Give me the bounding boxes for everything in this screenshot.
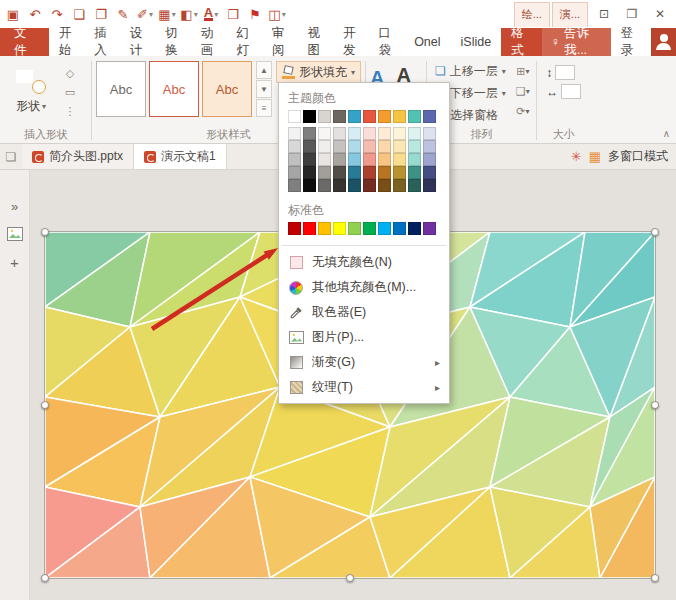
standard-color-swatch[interactable] xyxy=(303,222,316,235)
menu-item-no-fill[interactable]: 无填充颜色(N) xyxy=(279,250,449,275)
selection-handle-sw[interactable] xyxy=(41,574,49,582)
theme-color-swatch[interactable] xyxy=(423,110,436,123)
align-objects-icon[interactable]: ⊞▾ xyxy=(514,63,532,80)
ribbon-tab-8[interactable]: 视图 xyxy=(298,28,334,56)
pencil-icon[interactable]: ✎ xyxy=(112,2,134,26)
theme-color-variant-swatch[interactable] xyxy=(333,166,346,179)
highlighter-icon[interactable]: ✐▾ xyxy=(134,2,156,26)
ribbon-tab-3[interactable]: 设计 xyxy=(120,28,156,56)
restore-icon[interactable]: ❐ xyxy=(618,1,646,27)
theme-color-variant-swatch[interactable] xyxy=(378,179,391,192)
menu-item-more-fill-colors[interactable]: 其他填充颜色(M)... xyxy=(279,275,449,300)
ribbon-tab-9[interactable]: 开发 xyxy=(333,28,369,56)
standard-color-swatch[interactable] xyxy=(348,222,361,235)
text-box-icon[interactable]: ▭ xyxy=(61,84,79,101)
menu-item-eyedropper[interactable]: 取色器(E) xyxy=(279,300,449,325)
new-file-icon[interactable]: ❏ xyxy=(68,2,90,26)
theme-color-swatch[interactable] xyxy=(393,110,406,123)
theme-color-variant-swatch[interactable] xyxy=(348,127,361,140)
redo-icon[interactable]: ↷ xyxy=(46,2,68,26)
theme-color-variant-swatch[interactable] xyxy=(363,179,376,192)
theme-color-variant-swatch[interactable] xyxy=(393,153,406,166)
selection-handle-ne[interactable] xyxy=(651,228,659,236)
doc-tab-2[interactable]: 演示文稿1 xyxy=(134,144,227,169)
theme-color-variant-swatch[interactable] xyxy=(318,127,331,140)
undo-icon[interactable]: ↶ xyxy=(24,2,46,26)
theme-color-swatch[interactable] xyxy=(348,110,361,123)
standard-color-swatch[interactable] xyxy=(378,222,391,235)
theme-color-variant-swatch[interactable] xyxy=(333,179,346,192)
tab-file[interactable]: 文件 xyxy=(0,28,49,56)
standard-color-swatch[interactable] xyxy=(393,222,406,235)
theme-color-variant-swatch[interactable] xyxy=(408,127,421,140)
theme-color-variant-swatch[interactable] xyxy=(348,153,361,166)
contextual-group-drawing[interactable]: 绘... xyxy=(514,2,550,27)
theme-color-variant-swatch[interactable] xyxy=(318,153,331,166)
new-slide-icon[interactable]: + xyxy=(4,252,26,272)
ribbon-tab-6[interactable]: 幻灯 xyxy=(226,28,262,56)
doc-tab-1[interactable]: 简介头图.pptx xyxy=(22,144,134,169)
menu-item-gradient[interactable]: 渐变(G) ▸ xyxy=(279,350,449,375)
theme-color-variant-swatch[interactable] xyxy=(393,127,406,140)
theme-color-variant-swatch[interactable] xyxy=(393,140,406,153)
theme-color-variant-swatch[interactable] xyxy=(408,179,421,192)
fill-color-icon[interactable]: ◧▾ xyxy=(178,2,200,26)
flag-icon[interactable]: ⚑ xyxy=(244,2,266,26)
open-file-icon[interactable]: ❐ xyxy=(90,2,112,26)
shape-style-3[interactable]: Abc xyxy=(202,61,252,117)
tellme-button[interactable]: ♀ 告诉我... xyxy=(542,28,611,56)
selection-handle-se[interactable] xyxy=(651,574,659,582)
group-objects-icon[interactable]: ❑▾ xyxy=(514,83,532,100)
theme-color-variant-swatch[interactable] xyxy=(378,127,391,140)
ribbon-tab-12[interactable]: iSlide xyxy=(451,28,502,56)
window-mode-icon[interactable]: ▦ xyxy=(589,149,601,164)
theme-color-swatch[interactable] xyxy=(303,110,316,123)
gallery-up-icon[interactable]: ▲ xyxy=(256,61,272,79)
rotate-objects-icon[interactable]: ⟳▾ xyxy=(514,103,532,120)
more-shapes-icon[interactable]: ⋮ xyxy=(61,103,79,120)
theme-color-swatch[interactable] xyxy=(288,110,301,123)
theme-color-variant-swatch[interactable] xyxy=(303,140,316,153)
shape-style-2[interactable]: Abc xyxy=(149,61,199,117)
standard-color-swatch[interactable] xyxy=(333,222,346,235)
theme-color-variant-swatch[interactable] xyxy=(393,166,406,179)
contextual-group-presentation[interactable]: 演... xyxy=(552,2,588,27)
theme-color-variant-swatch[interactable] xyxy=(348,166,361,179)
theme-color-variant-swatch[interactable] xyxy=(333,140,346,153)
ribbon-tab-11[interactable]: Onel xyxy=(404,28,450,56)
theme-color-variant-swatch[interactable] xyxy=(393,179,406,192)
gallery-more-icon[interactable]: ≡ xyxy=(256,99,272,117)
ribbon-tab-10[interactable]: 口袋 xyxy=(369,28,405,56)
theme-color-variant-swatch[interactable] xyxy=(408,140,421,153)
shapes-button[interactable]: 形状▾ xyxy=(5,61,57,123)
slide-thumbnail-icon[interactable] xyxy=(4,224,26,244)
table-icon[interactable]: ▦▾ xyxy=(156,2,178,26)
theme-color-variant-swatch[interactable] xyxy=(303,153,316,166)
theme-color-swatch[interactable] xyxy=(378,110,391,123)
ribbon-tab-4[interactable]: 切换 xyxy=(155,28,191,56)
theme-color-variant-swatch[interactable] xyxy=(423,166,436,179)
ribbon-tab-5[interactable]: 动画 xyxy=(191,28,227,56)
standard-color-swatch[interactable] xyxy=(408,222,421,235)
theme-color-variant-swatch[interactable] xyxy=(378,166,391,179)
theme-color-variant-swatch[interactable] xyxy=(318,166,331,179)
theme-color-variant-swatch[interactable] xyxy=(303,166,316,179)
signin-button[interactable]: 登录 xyxy=(611,28,652,56)
theme-color-variant-swatch[interactable] xyxy=(423,179,436,192)
collapse-ribbon-icon[interactable]: ∧ xyxy=(663,128,670,139)
standard-color-swatch[interactable] xyxy=(423,222,436,235)
theme-color-variant-swatch[interactable] xyxy=(318,140,331,153)
theme-color-variant-swatch[interactable] xyxy=(288,166,301,179)
theme-color-variant-swatch[interactable] xyxy=(303,127,316,140)
theme-color-variant-swatch[interactable] xyxy=(363,140,376,153)
theme-color-variant-swatch[interactable] xyxy=(348,179,361,192)
theme-color-variant-swatch[interactable] xyxy=(288,179,301,192)
theme-color-variant-swatch[interactable] xyxy=(333,127,346,140)
theme-color-variant-swatch[interactable] xyxy=(423,127,436,140)
close-icon[interactable]: ✕ xyxy=(646,1,674,27)
theme-color-variant-swatch[interactable] xyxy=(288,153,301,166)
selection-handle-w[interactable] xyxy=(41,401,49,409)
theme-color-swatch[interactable] xyxy=(318,110,331,123)
tab-list-icon[interactable]: ❏ xyxy=(0,144,22,169)
theme-color-variant-swatch[interactable] xyxy=(363,166,376,179)
